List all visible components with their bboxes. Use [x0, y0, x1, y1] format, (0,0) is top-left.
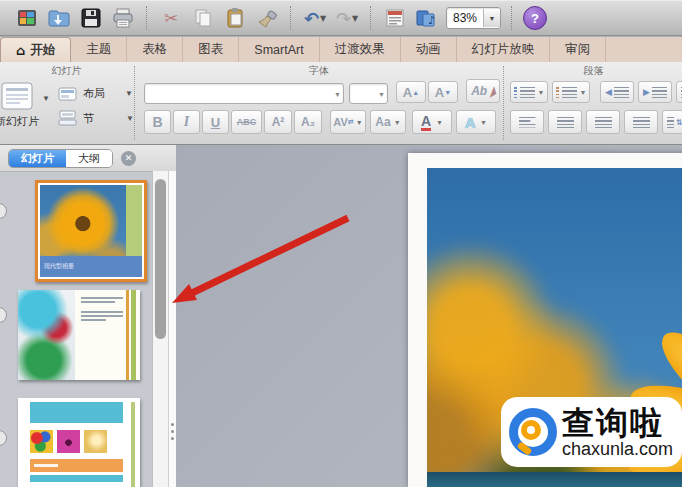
redo-icon[interactable]: ↷▼ — [334, 5, 360, 31]
panel-scrollbar-thumb[interactable] — [155, 179, 166, 339]
print-icon[interactable] — [110, 5, 136, 31]
font-size-combo[interactable]: ▼ — [349, 83, 388, 104]
paste-icon[interactable] — [222, 5, 248, 31]
layout-dropdown-arrow-icon: ▼ — [125, 89, 133, 98]
ribbon-group-font: 字体 ▼ ▼ A▲ A▼ Ab◢ B I U ABC A² A₂ AV⇄▼ Aa… — [136, 62, 502, 144]
photo-bottom-band — [427, 472, 682, 487]
justify-button[interactable] — [624, 110, 658, 134]
tab-label: 幻灯片放映 — [472, 41, 535, 58]
combo-arrow-icon[interactable]: ▼ — [334, 90, 341, 97]
photo-row — [30, 430, 107, 453]
home-icon: ⌂ — [16, 43, 25, 58]
slide-number-badge — [0, 307, 7, 323]
tab-label: 主题 — [86, 41, 111, 58]
format-painter-icon[interactable] — [254, 5, 280, 31]
align-center-button[interactable] — [548, 110, 582, 134]
font-name-combo[interactable]: ▼ — [144, 83, 344, 104]
text-effects-button[interactable]: A▼ — [456, 110, 496, 134]
slide-thumbnail-3[interactable] — [18, 398, 140, 487]
ribbon-group-paragraph: 段落 ▼ ▼ ◀ ▶ ⇅ — [505, 62, 682, 144]
tab-tables[interactable]: 表格 — [127, 37, 183, 62]
superscript-button[interactable]: A² — [264, 110, 292, 134]
open-icon[interactable] — [46, 5, 72, 31]
cut-icon[interactable]: ✂ — [158, 5, 184, 31]
underline-label: U — [211, 115, 220, 130]
tab-animations[interactable]: 动画 — [401, 37, 457, 62]
toolbar-separator — [290, 6, 292, 30]
teal-band — [30, 402, 123, 423]
green-strip — [131, 290, 136, 380]
media-browser-icon[interactable]: ♪ — [414, 5, 440, 31]
splitter-handle-icon[interactable] — [171, 423, 174, 440]
change-case-label: Aa — [375, 115, 390, 129]
line-spacing-button[interactable] — [676, 81, 682, 103]
align-right-button[interactable] — [586, 110, 620, 134]
zoom-dropdown-arrow-icon[interactable]: ▼ — [483, 9, 500, 27]
increase-indent-button[interactable]: ▶ — [638, 81, 672, 103]
slide-panel-header: 幻灯片 大纲 ✕ — [0, 145, 176, 172]
watermark: 查询啦 chaxunla.com — [501, 397, 682, 467]
tab-slideshow[interactable]: 幻灯片放映 — [457, 37, 551, 62]
clear-formatting-button[interactable]: Ab◢ — [466, 79, 500, 103]
panel-tab-slides[interactable]: 幻灯片 — [9, 150, 66, 167]
columns-button[interactable]: ⇅ — [662, 110, 682, 134]
grow-font-button[interactable]: A▲ — [396, 81, 426, 103]
tab-smartart[interactable]: SmartArt — [239, 37, 319, 62]
panel-scrollbar[interactable] — [152, 171, 169, 487]
combo-arrow-icon[interactable]: ▼ — [378, 90, 385, 97]
bold-button[interactable]: B — [144, 110, 171, 134]
bullets-button[interactable]: ▼ — [510, 81, 548, 103]
dropdown-arrow-icon: ▼ — [480, 119, 487, 126]
group-label: 幻灯片 — [0, 64, 133, 78]
copy-icon[interactable] — [190, 5, 216, 31]
zoom-value[interactable]: 83% — [447, 11, 483, 25]
help-icon[interactable]: ? — [523, 6, 547, 30]
ribbon-group-slides: 幻灯片 新幻灯片 ▼ 布局 ▼ 节 ▼ — [0, 62, 133, 144]
dropdown-arrow-icon: ▼ — [356, 119, 363, 126]
tab-label: 表格 — [142, 41, 167, 58]
green-strip — [131, 402, 135, 487]
shrink-font-button[interactable]: A▼ — [428, 81, 458, 103]
panel-tab-switcher: 幻灯片 大纲 — [8, 149, 113, 168]
slide-thumbnail-2[interactable] — [18, 290, 140, 380]
character-spacing-button[interactable]: AV⇄▼ — [330, 110, 366, 134]
show-formatting-icon[interactable] — [382, 5, 408, 31]
tab-review[interactable]: 审阅 — [550, 37, 606, 62]
close-panel-icon[interactable]: ✕ — [121, 151, 136, 166]
slide-thumbnail-1[interactable]: 现代型相册 — [35, 180, 147, 282]
subscript-button[interactable]: A₂ — [294, 110, 322, 134]
layout-button[interactable]: 布局 ▼ — [58, 86, 133, 101]
undo-dropdown-arrow-icon: ▼ — [320, 14, 326, 23]
new-slide-button[interactable]: 新幻灯片 — [0, 82, 40, 129]
panel-tab-outline[interactable]: 大纲 — [66, 150, 112, 167]
panel-tab-label: 大纲 — [78, 151, 100, 166]
decrease-indent-button[interactable]: ◀ — [600, 81, 634, 103]
italic-button[interactable]: I — [173, 110, 200, 134]
new-slide-dropdown-arrow-icon[interactable]: ▼ — [42, 94, 50, 103]
superscript-label: A² — [272, 115, 285, 129]
align-left-button[interactable] — [510, 110, 544, 134]
grow-font-label: A — [403, 85, 412, 100]
tab-transitions[interactable]: 过渡效果 — [320, 37, 401, 62]
standard-toolbar: ✂ ↶▼ ↷▼ ♪ 83% ▼ ? — [0, 0, 682, 36]
font-color-button[interactable]: A▼ — [412, 110, 452, 134]
save-icon[interactable] — [78, 5, 104, 31]
change-case-button[interactable]: Aa▼ — [370, 110, 406, 134]
dropdown-arrow-icon: ▼ — [394, 119, 401, 126]
strikethrough-button[interactable]: ABC — [231, 110, 262, 134]
zoom-control[interactable]: 83% ▼ — [446, 7, 501, 29]
section-button[interactable]: 节 ▼ — [58, 110, 134, 126]
new-presentation-icon[interactable] — [14, 5, 40, 31]
tab-label: 动画 — [416, 41, 441, 58]
watermark-domain: chaxunla.com — [562, 440, 673, 458]
numbering-button[interactable]: ▼ — [552, 81, 590, 103]
tab-charts[interactable]: 图表 — [183, 37, 239, 62]
orange-strip — [126, 290, 129, 380]
slide-1-preview: 现代型相册 — [40, 185, 142, 277]
underline-button[interactable]: U — [202, 110, 229, 134]
tab-home[interactable]: ⌂开始 — [0, 37, 71, 62]
redo-dropdown-arrow-icon: ▼ — [352, 14, 358, 23]
tab-label: 图表 — [198, 41, 223, 58]
tab-themes[interactable]: 主题 — [71, 37, 127, 62]
undo-icon[interactable]: ↶▼ — [302, 5, 328, 31]
